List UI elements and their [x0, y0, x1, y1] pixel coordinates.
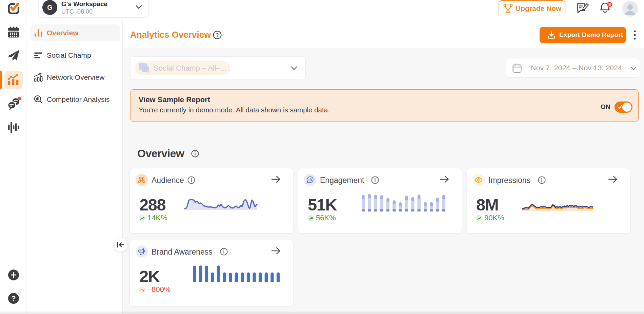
svg-text:?: ? — [216, 32, 219, 38]
svg-text:8: 8 — [608, 2, 611, 7]
